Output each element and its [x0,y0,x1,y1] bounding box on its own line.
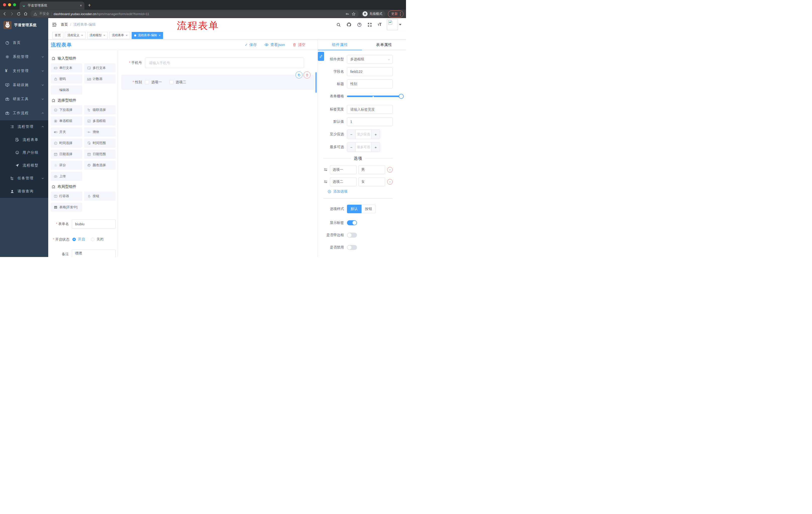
checkbox-box[interactable] [169,80,173,84]
help-icon[interactable] [357,22,362,27]
sidebar-item-process-mgmt[interactable]: 流程管理 [0,120,48,133]
security-warning-icon[interactable] [33,12,37,16]
option-value-input[interactable] [358,177,385,186]
slider-track[interactable] [347,96,401,97]
fullscreen-icon[interactable] [367,22,372,27]
stepper-minus-button[interactable]: − [347,130,356,139]
remove-option-button[interactable]: − [387,167,393,172]
remove-option-button[interactable]: − [387,179,393,185]
browser-menu-icon[interactable] [400,12,401,16]
delete-component-button[interactable] [303,72,311,78]
palette-item-button[interactable]: 按钮 [84,192,116,201]
radio-closed[interactable]: 关闭 [91,237,104,242]
save-button[interactable]: ✓ 保存 [245,43,257,47]
tab-component-props[interactable]: 组件属性 [318,40,362,50]
border-switch[interactable] [347,233,357,238]
canvas-scrollbar-thumb[interactable] [315,72,317,93]
palette-item-radio-group[interactable]: 单选框组 [51,116,82,126]
tag-close-icon[interactable]: × [159,33,161,37]
sidebar-item-process-form[interactable]: 流程表单 [0,133,48,146]
copy-component-button[interactable] [295,72,302,78]
tag-process-form-edit[interactable]: 流程表单-编辑× [132,32,163,39]
field-name-input[interactable] [347,67,393,76]
option-label-input[interactable] [330,177,356,186]
user-avatar[interactable] [387,19,402,30]
palette-item-date-range[interactable]: 日期范围 [84,150,116,159]
view-json-button[interactable]: 查看json [264,43,285,47]
search-icon[interactable] [336,22,341,27]
style-button-button[interactable]: 按钮 [361,205,376,213]
palette-item-color-picker[interactable]: 颜色选择 [84,161,116,170]
stepper-plus-button[interactable]: + [371,142,380,152]
window-close-button[interactable] [3,3,6,6]
sidebar-item-user-group[interactable]: 用户分组 [0,146,48,159]
stepper-value[interactable]: 至少应选 [356,130,371,139]
palette-item-upload[interactable]: 上传 [51,172,82,181]
update-label[interactable]: 更新 [391,11,398,16]
stepper-value[interactable]: 最多可选 [356,142,371,152]
remark-textarea[interactable]: 嘿嘿 [72,249,116,257]
phone-field-row[interactable]: 手机号 [121,58,304,68]
forward-icon[interactable] [9,11,14,16]
checkbox-option-2[interactable]: 选项二 [169,80,186,84]
radio-open[interactable]: 开启 [72,237,85,242]
font-size-icon[interactable]: TT [378,22,381,27]
palette-item-rate[interactable]: ☆评分 [51,161,82,170]
clear-button[interactable]: 清空 [292,43,306,47]
grid-slider[interactable] [347,92,403,101]
option-label-input[interactable] [330,165,356,174]
component-type-select[interactable] [347,55,393,64]
tag-process-definition[interactable]: 流程定义× [65,32,86,39]
palette-item-multi-line-text[interactable]: 多行文本 [84,63,116,73]
default-value-input[interactable] [347,117,393,126]
tag-process-model[interactable]: 流程模型× [87,32,108,39]
palette-item-editor[interactable]: 编辑器 [51,85,82,94]
tab-form-props[interactable]: 表单属性 [362,40,406,50]
palette-item-switch[interactable]: 开关 [51,128,82,137]
breadcrumb-home[interactable]: 首页 [61,22,68,27]
disabled-switch[interactable] [347,245,357,250]
drag-handle-icon[interactable] [323,180,328,184]
sidebar-item-leave-query[interactable]: 请假查询 [0,185,48,198]
show-label-switch[interactable] [347,220,357,225]
sidebar-item-process-model[interactable]: 流程模型 [0,159,48,172]
component-type-value[interactable] [347,55,393,64]
palette-item-date-picker[interactable]: 日期选择 [51,150,82,159]
browser-tab[interactable]: 芋道管理系统 × [20,1,84,9]
palette-item-row-container[interactable]: 行容器 [51,192,82,201]
window-minimize-button[interactable] [8,3,11,6]
option-value-input[interactable] [358,165,385,174]
palette-item-password[interactable]: 密码 [51,75,82,83]
menu-fold-icon[interactable] [52,22,57,27]
add-option-button[interactable]: 添加选项 [327,189,393,194]
title-input[interactable] [347,79,393,88]
form-canvas[interactable]: 手机号 性别 选项一 选项二 [118,50,318,257]
checkbox-box[interactable] [145,80,149,84]
url-bar[interactable]: 不安全 dashboard.yudao.iocoder.cn/bpm/manag… [30,10,359,17]
palette-item-checkbox-group[interactable]: 多选框组 [84,116,116,126]
new-tab-button[interactable]: + [84,2,94,9]
tag-process-form[interactable]: 流程表单× [109,32,130,39]
form-name-input[interactable] [72,219,116,229]
style-default-button[interactable]: 默认 [347,205,361,213]
sidebar-item-task-mgmt[interactable]: 任务管理 [0,172,48,185]
palette-item-time-picker[interactable]: 时间选择 [51,139,82,147]
link-field-button[interactable] [318,52,324,61]
stepper-minus-button[interactable]: − [347,142,356,152]
palette-item-counter[interactable]: 123计数器 [84,75,116,83]
reload-icon[interactable] [17,12,21,16]
bookmark-star-icon[interactable] [351,12,356,16]
drag-handle-icon[interactable] [323,167,328,172]
sidebar-logo[interactable]: 芋道管理系统 [0,18,48,32]
tag-home[interactable]: 首页 [52,32,63,39]
browser-update-button[interactable]: 更新 [388,10,404,17]
label-width-input[interactable] [347,105,393,114]
palette-item-select[interactable]: 下拉选择 [51,105,82,114]
sidebar-item-infra[interactable]: 基础设施 [0,78,48,92]
palette-item-table[interactable]: 表格[开发中] [51,203,82,212]
password-key-icon[interactable] [345,12,349,16]
phone-field-input[interactable] [145,58,304,68]
palette-item-time-range[interactable]: 时间范围 [84,139,116,147]
tag-close-icon[interactable]: × [126,33,127,37]
palette-item-slider[interactable]: 滑块 [84,128,116,137]
